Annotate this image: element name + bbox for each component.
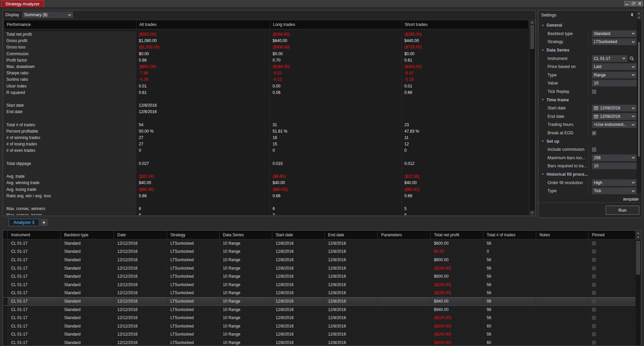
performance-scrollbar[interactable]: ▲ ▼ (530, 20, 535, 215)
results-column-header[interactable]: Strategy (167, 231, 219, 239)
field-dropdown[interactable]: 256 (592, 154, 637, 161)
run-button[interactable]: Run (606, 206, 639, 215)
perf-value-cell: ($553.00) (136, 31, 270, 38)
field-dropdown[interactable]: <Use instrument... (592, 121, 637, 128)
row-selector-gutter[interactable] (3, 281, 8, 289)
results-row[interactable]: CL 01-17Standard12/12/2016LTSunlocked10 … (3, 331, 636, 339)
window-title-tab[interactable]: Strategy Analyzer (1, 0, 44, 7)
scrollbar-thumb[interactable] (636, 241, 640, 275)
pinned-checkbox[interactable] (592, 299, 596, 303)
results-row[interactable]: CL 01-17Standard12/12/2016LTSunlocked10 … (3, 239, 636, 248)
row-selector-gutter[interactable] (3, 339, 8, 346)
row-selector-gutter[interactable] (3, 239, 8, 247)
field-input[interactable]: 10 (592, 80, 637, 86)
scroll-down-icon[interactable]: ▼ (637, 15, 642, 20)
results-column-header[interactable]: Date (114, 231, 167, 239)
dropdown-value: High (594, 180, 632, 185)
row-selector-gutter[interactable] (3, 248, 8, 256)
field-dropdown[interactable]: 12/08/2016 (592, 113, 637, 120)
results-row[interactable]: CL 01-17Standard12/12/2016LTSunlocked10 … (3, 314, 636, 322)
tab-analyzer-3[interactable]: Analyzer 3 (9, 219, 39, 226)
settings-section-header[interactable]: ▼Time frame (539, 96, 637, 104)
row-selector-gutter[interactable] (3, 256, 8, 264)
settings-section-header[interactable]: ▼Data Series (539, 46, 637, 55)
field-dropdown[interactable]: CL 01-17 (592, 55, 628, 62)
results-cell-end-date: 12/8/2016 (325, 322, 378, 330)
scroll-up-icon[interactable]: ▲ (530, 20, 535, 25)
results-column-header[interactable]: Instrument (8, 231, 61, 239)
row-selector-gutter[interactable] (3, 272, 8, 280)
results-row[interactable]: CL 01-17Standard12/12/2016LTSunlocked10 … (3, 248, 636, 256)
field-dropdown[interactable]: High (592, 179, 637, 186)
restore-button[interactable] (631, 1, 636, 6)
field-dropdown[interactable]: 12/08/2016 (592, 105, 637, 111)
pinned-checkbox[interactable] (592, 308, 596, 312)
perf-value-cell (136, 96, 270, 102)
scroll-up-icon[interactable]: ▲ (636, 231, 641, 235)
pinned-checkbox[interactable] (592, 283, 596, 287)
pinned-checkbox[interactable] (592, 291, 596, 295)
results-column-header[interactable]: Data Series (219, 231, 272, 239)
pinned-checkbox[interactable] (592, 324, 596, 328)
results-column-header[interactable]: Parameters (378, 231, 431, 239)
field-dropdown[interactable]: Last (592, 63, 637, 70)
pinned-checkbox[interactable] (592, 266, 596, 270)
results-row[interactable]: CL 01-17Standard12/12/2016LTSunlocked10 … (3, 256, 636, 264)
pin-icon[interactable] (630, 13, 634, 17)
field-input[interactable]: 10 (592, 163, 637, 169)
results-row[interactable]: CL 01-17Standard12/12/2016LTSunlocked10 … (3, 289, 636, 298)
template-link[interactable]: template (623, 197, 639, 202)
results-column-header[interactable]: Notes (536, 231, 589, 239)
field-dropdown[interactable]: Range (592, 72, 637, 78)
pinned-checkbox[interactable] (592, 258, 596, 262)
results-row[interactable]: CL 01-17Standard12/12/2016LTSunlocked10 … (3, 339, 636, 346)
scroll-down-icon[interactable]: ▼ (530, 210, 535, 215)
minimize-button[interactable] (624, 1, 630, 6)
settings-section-header[interactable]: ▼Historical fill proce... (539, 170, 637, 179)
row-selector-gutter[interactable] (3, 314, 8, 322)
field-dropdown[interactable]: Tick (592, 187, 637, 194)
field-dropdown[interactable]: Standard (592, 30, 637, 37)
row-selector-gutter[interactable] (3, 298, 8, 305)
display-dropdown[interactable]: Summary ($) (22, 11, 73, 18)
field-checkbox[interactable]: ✔ (592, 131, 596, 135)
results-column-header[interactable]: Backtest type (61, 231, 114, 239)
field-checkbox[interactable] (592, 90, 596, 94)
scroll-up-icon[interactable]: ▲ (637, 11, 642, 15)
results-row[interactable]: CL 01-17Standard12/12/2016LTSunlocked10 … (3, 322, 636, 331)
section-expander-icon: ▼ (541, 173, 544, 176)
instrument-search-button[interactable] (630, 56, 634, 61)
scrollbar-thumb[interactable] (530, 25, 534, 49)
pinned-checkbox[interactable] (592, 249, 596, 253)
pinned-checkbox[interactable] (592, 274, 596, 278)
results-column-header[interactable]: Total net profit (431, 231, 483, 239)
row-selector-gutter[interactable] (3, 289, 8, 297)
results-row[interactable]: CL 01-17Standard12/12/2016LTSunlocked10 … (3, 306, 636, 314)
pinned-checkbox[interactable] (592, 316, 596, 320)
pinned-checkbox[interactable] (592, 241, 596, 245)
pinned-checkbox[interactable] (592, 341, 596, 345)
scrollbar-thumb[interactable] (638, 42, 640, 157)
field-checkbox[interactable] (592, 147, 596, 152)
field-dropdown[interactable]: LTSunlocked (592, 38, 637, 45)
row-selector-gutter[interactable] (3, 322, 8, 330)
settings-section-header[interactable]: ▼General (539, 21, 637, 30)
results-column-header[interactable]: Pinned (589, 231, 636, 239)
results-column-header[interactable]: End date (325, 231, 378, 239)
settings-scrollbar[interactable]: ▲ ▼ (637, 11, 641, 193)
row-selector-gutter[interactable] (3, 331, 8, 339)
results-row[interactable]: CL 01-17Standard12/12/2016LTSunlocked10 … (3, 264, 636, 273)
row-selector-gutter[interactable] (3, 306, 8, 314)
close-button[interactable] (637, 1, 643, 6)
results-scrollbar[interactable]: ▲ ▼ (636, 231, 641, 345)
results-column-header[interactable]: Total # of trades (483, 231, 536, 239)
results-row[interactable]: CL 01-17Standard12/12/2016LTSunlocked10 … (3, 281, 636, 289)
add-tab-button[interactable]: + (40, 219, 48, 226)
results-column-header[interactable]: Start date (272, 231, 325, 239)
results-row[interactable]: CL 01-17Standard12/12/2016LTSunlocked10 … (3, 272, 636, 281)
scroll-down-icon[interactable]: ▼ (636, 235, 641, 240)
results-row[interactable]: CL 01-17Standard12/12/2016LTSunlocked10 … (3, 297, 636, 306)
settings-section-header[interactable]: ▼Set up (539, 137, 637, 145)
row-selector-gutter[interactable] (3, 264, 8, 272)
pinned-checkbox[interactable] (592, 332, 596, 336)
